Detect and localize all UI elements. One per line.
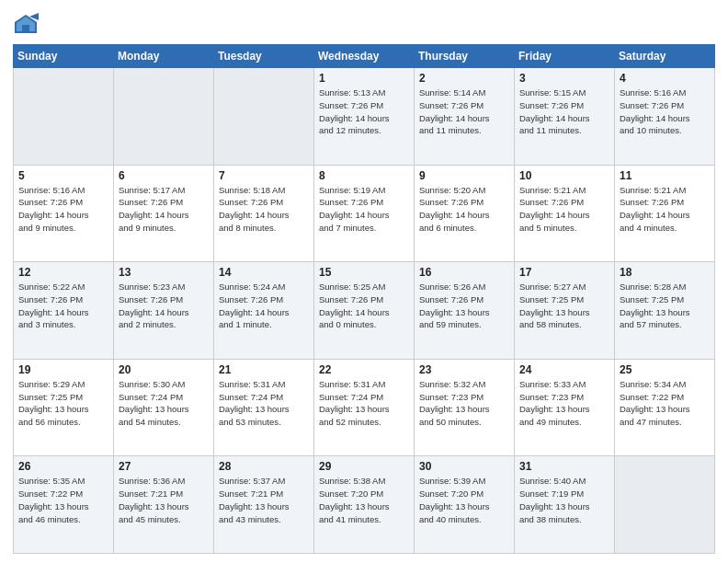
cell-info: Sunrise: 5:16 AM Sunset: 7:26 PM Dayligh… [18, 184, 108, 235]
week-row-5: 26Sunrise: 5:35 AM Sunset: 7:22 PM Dayli… [14, 456, 715, 554]
cell-info: Sunrise: 5:13 AM Sunset: 7:26 PM Dayligh… [319, 86, 409, 137]
cell-info: Sunrise: 5:26 AM Sunset: 7:26 PM Dayligh… [419, 281, 509, 331]
cell-info: Sunrise: 5:23 AM Sunset: 7:26 PM Dayligh… [119, 281, 209, 331]
calendar-cell [615, 456, 715, 554]
day-number: 6 [119, 169, 209, 182]
day-number: 16 [419, 266, 509, 279]
calendar-cell: 13Sunrise: 5:23 AM Sunset: 7:26 PM Dayli… [114, 262, 214, 360]
calendar-cell: 20Sunrise: 5:30 AM Sunset: 7:24 PM Dayli… [114, 359, 214, 456]
cell-info: Sunrise: 5:36 AM Sunset: 7:21 PM Dayligh… [119, 475, 209, 525]
calendar-cell: 12Sunrise: 5:22 AM Sunset: 7:26 PM Dayli… [14, 262, 114, 360]
cell-info: Sunrise: 5:34 AM Sunset: 7:22 PM Dayligh… [620, 378, 710, 429]
col-header-wednesday: Wednesday [314, 45, 415, 68]
calendar-cell: 9Sunrise: 5:20 AM Sunset: 7:26 PM Daylig… [415, 165, 515, 262]
cell-info: Sunrise: 5:19 AM Sunset: 7:26 PM Dayligh… [319, 184, 409, 235]
cell-info: Sunrise: 5:39 AM Sunset: 7:20 PM Dayligh… [419, 475, 509, 525]
day-number: 14 [219, 266, 309, 279]
day-number: 19 [18, 363, 108, 376]
logo [13, 13, 42, 39]
cell-info: Sunrise: 5:37 AM Sunset: 7:21 PM Dayligh… [219, 475, 309, 525]
cell-info: Sunrise: 5:22 AM Sunset: 7:26 PM Dayligh… [18, 281, 108, 331]
calendar-cell: 18Sunrise: 5:28 AM Sunset: 7:25 PM Dayli… [615, 262, 715, 360]
cell-info: Sunrise: 5:18 AM Sunset: 7:26 PM Dayligh… [219, 184, 309, 235]
cell-info: Sunrise: 5:27 AM Sunset: 7:25 PM Dayligh… [519, 281, 609, 331]
col-header-friday: Friday [515, 45, 615, 68]
week-row-2: 5Sunrise: 5:16 AM Sunset: 7:26 PM Daylig… [14, 165, 715, 262]
cell-info: Sunrise: 5:20 AM Sunset: 7:26 PM Dayligh… [419, 184, 509, 235]
day-number: 25 [620, 363, 710, 376]
cell-info: Sunrise: 5:25 AM Sunset: 7:26 PM Dayligh… [319, 281, 409, 331]
calendar-cell: 16Sunrise: 5:26 AM Sunset: 7:26 PM Dayli… [415, 262, 515, 360]
calendar-cell [214, 68, 314, 166]
cell-info: Sunrise: 5:31 AM Sunset: 7:24 PM Dayligh… [219, 378, 309, 429]
calendar-cell: 11Sunrise: 5:21 AM Sunset: 7:26 PM Dayli… [615, 165, 715, 262]
day-number: 5 [18, 169, 108, 182]
week-row-1: 1Sunrise: 5:13 AM Sunset: 7:26 PM Daylig… [14, 68, 715, 166]
day-number: 24 [519, 363, 609, 376]
cell-info: Sunrise: 5:21 AM Sunset: 7:26 PM Dayligh… [519, 184, 609, 235]
day-number: 12 [18, 266, 108, 279]
header [13, 9, 715, 39]
day-number: 3 [519, 72, 609, 85]
calendar-cell: 2Sunrise: 5:14 AM Sunset: 7:26 PM Daylig… [415, 68, 515, 166]
cell-info: Sunrise: 5:40 AM Sunset: 7:19 PM Dayligh… [519, 475, 609, 525]
day-number: 22 [319, 363, 409, 376]
week-row-4: 19Sunrise: 5:29 AM Sunset: 7:25 PM Dayli… [14, 359, 715, 456]
calendar-cell: 22Sunrise: 5:31 AM Sunset: 7:24 PM Dayli… [314, 359, 415, 456]
calendar-cell: 8Sunrise: 5:19 AM Sunset: 7:26 PM Daylig… [314, 165, 415, 262]
day-number: 20 [119, 363, 209, 376]
calendar-page: SundayMondayTuesdayWednesdayThursdayFrid… [0, 0, 728, 563]
calendar-cell: 3Sunrise: 5:15 AM Sunset: 7:26 PM Daylig… [515, 68, 615, 166]
cell-info: Sunrise: 5:16 AM Sunset: 7:26 PM Dayligh… [620, 86, 710, 137]
calendar-cell: 19Sunrise: 5:29 AM Sunset: 7:25 PM Dayli… [14, 359, 114, 456]
cell-info: Sunrise: 5:31 AM Sunset: 7:24 PM Dayligh… [319, 378, 409, 429]
day-number: 27 [119, 460, 209, 473]
day-number: 15 [319, 266, 409, 279]
col-header-tuesday: Tuesday [214, 45, 314, 68]
col-header-saturday: Saturday [615, 45, 715, 68]
calendar-cell: 31Sunrise: 5:40 AM Sunset: 7:19 PM Dayli… [515, 456, 615, 554]
calendar-cell: 26Sunrise: 5:35 AM Sunset: 7:22 PM Dayli… [14, 456, 114, 554]
logo-icon [13, 13, 39, 39]
calendar-cell: 25Sunrise: 5:34 AM Sunset: 7:22 PM Dayli… [615, 359, 715, 456]
day-number: 8 [319, 169, 409, 182]
day-number: 30 [419, 460, 509, 473]
cell-info: Sunrise: 5:15 AM Sunset: 7:26 PM Dayligh… [519, 86, 609, 137]
calendar-cell: 1Sunrise: 5:13 AM Sunset: 7:26 PM Daylig… [314, 68, 415, 166]
cell-info: Sunrise: 5:29 AM Sunset: 7:25 PM Dayligh… [18, 378, 108, 429]
cell-info: Sunrise: 5:17 AM Sunset: 7:26 PM Dayligh… [119, 184, 209, 235]
day-number: 21 [219, 363, 309, 376]
cell-info: Sunrise: 5:33 AM Sunset: 7:23 PM Dayligh… [519, 378, 609, 429]
calendar-cell: 17Sunrise: 5:27 AM Sunset: 7:25 PM Dayli… [515, 262, 615, 360]
calendar-cell: 29Sunrise: 5:38 AM Sunset: 7:20 PM Dayli… [314, 456, 415, 554]
day-number: 4 [620, 72, 710, 85]
day-number: 13 [119, 266, 209, 279]
calendar-cell: 5Sunrise: 5:16 AM Sunset: 7:26 PM Daylig… [14, 165, 114, 262]
calendar-cell [14, 68, 114, 166]
cell-info: Sunrise: 5:32 AM Sunset: 7:23 PM Dayligh… [419, 378, 509, 429]
day-number: 18 [620, 266, 710, 279]
day-number: 2 [419, 72, 509, 85]
col-header-monday: Monday [114, 45, 214, 68]
calendar-cell: 4Sunrise: 5:16 AM Sunset: 7:26 PM Daylig… [615, 68, 715, 166]
day-number: 23 [419, 363, 509, 376]
cell-info: Sunrise: 5:38 AM Sunset: 7:20 PM Dayligh… [319, 475, 409, 525]
day-number: 17 [519, 266, 609, 279]
day-number: 31 [519, 460, 609, 473]
day-number: 9 [419, 169, 509, 182]
cell-info: Sunrise: 5:28 AM Sunset: 7:25 PM Dayligh… [620, 281, 710, 331]
day-number: 11 [620, 169, 710, 182]
day-number: 1 [319, 72, 409, 85]
calendar-cell: 21Sunrise: 5:31 AM Sunset: 7:24 PM Dayli… [214, 359, 314, 456]
day-number: 7 [219, 169, 309, 182]
day-number: 28 [219, 460, 309, 473]
calendar-cell: 6Sunrise: 5:17 AM Sunset: 7:26 PM Daylig… [114, 165, 214, 262]
calendar-cell: 15Sunrise: 5:25 AM Sunset: 7:26 PM Dayli… [314, 262, 415, 360]
cell-info: Sunrise: 5:21 AM Sunset: 7:26 PM Dayligh… [620, 184, 710, 235]
calendar-cell [114, 68, 214, 166]
calendar-cell: 14Sunrise: 5:24 AM Sunset: 7:26 PM Dayli… [214, 262, 314, 360]
calendar-cell: 27Sunrise: 5:36 AM Sunset: 7:21 PM Dayli… [114, 456, 214, 554]
calendar-cell: 30Sunrise: 5:39 AM Sunset: 7:20 PM Dayli… [415, 456, 515, 554]
day-number: 29 [319, 460, 409, 473]
calendar-cell: 23Sunrise: 5:32 AM Sunset: 7:23 PM Dayli… [415, 359, 515, 456]
